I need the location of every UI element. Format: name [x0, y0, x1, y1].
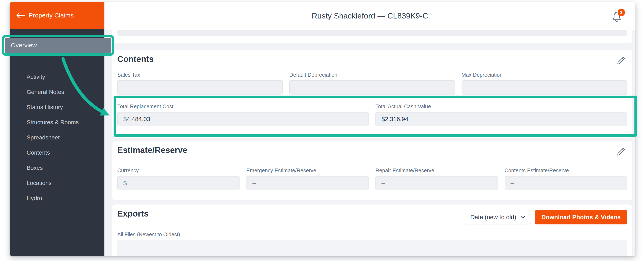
sidebar-item-general-notes[interactable]: General Notes: [10, 84, 104, 100]
files-list-area: [117, 240, 627, 256]
page-title: Rusty Shackleford — CL839K9-C: [104, 2, 636, 30]
exports-controls: Date (new to old) Download Photos & Vide…: [465, 210, 627, 225]
repair-estimate-field[interactable]: –: [376, 176, 498, 190]
sidebar-item-locations[interactable]: Locations: [10, 175, 104, 191]
sidebar-item-spreadsheet[interactable]: Spreadsheet: [10, 130, 104, 145]
sidebar-item-overview[interactable]: Overview: [5, 38, 111, 53]
default-depreciation-label: Default Depreciation: [289, 72, 455, 78]
sidebar-item-structures-rooms[interactable]: Structures & Rooms: [10, 115, 104, 130]
sales-tax-field[interactable]: –: [117, 80, 283, 95]
sidebar-item-boxes[interactable]: Boxes: [10, 160, 104, 175]
exports-section-title: Exports: [117, 209, 148, 218]
contents-section-title: Contents: [117, 54, 154, 64]
sidebar-item-contents[interactable]: Contents: [10, 145, 104, 160]
total-replacement-cost-field[interactable]: $4,484.03: [117, 112, 369, 126]
notification-badge: 3: [618, 9, 625, 16]
exports-card: Exports Date (new to old) Download Photo…: [112, 205, 632, 256]
emergency-estimate-field[interactable]: –: [246, 176, 369, 190]
sort-dropdown[interactable]: Date (new to old): [465, 210, 531, 225]
sort-dropdown-value: Date (new to old): [470, 214, 516, 221]
pencil-icon: [616, 147, 626, 156]
contents-fields-row2: $4,484.03 $2,316.94: [117, 112, 627, 126]
contents-labels-row2: Total Replacement Cost Total Actual Cash…: [117, 103, 627, 109]
repair-estimate-label: Repair Estimate/Reserve: [376, 168, 498, 174]
max-depreciation-label: Max Depreciation: [462, 72, 627, 78]
back-label: Property Claims: [29, 12, 74, 19]
total-actual-cash-value-label: Total Actual Cash Value: [376, 103, 627, 109]
contents-estimate-label: Contents Estimate/Reserve: [505, 168, 627, 174]
back-arrow-icon: [16, 12, 26, 18]
contents-estimate-field[interactable]: –: [505, 176, 627, 190]
emergency-estimate-label: Emergency Estimate/Reserve: [246, 168, 369, 174]
estimate-edit-button[interactable]: [616, 147, 626, 156]
total-actual-cash-value-field[interactable]: $2,316.94: [376, 112, 627, 126]
sidebar-nav: Activity General Notes Status History St…: [10, 54, 104, 206]
total-replacement-cost-label: Total Replacement Cost: [117, 103, 369, 109]
currency-field[interactable]: $: [117, 176, 240, 190]
estimate-section-title: Estimate/Reserve: [117, 145, 188, 155]
main-content: Contents Sales Tax Default Depreciation …: [104, 30, 636, 256]
contents-fields-row1: – – –: [117, 80, 627, 95]
cutoff-input-field[interactable]: [117, 30, 627, 36]
contents-edit-button[interactable]: [616, 56, 626, 65]
estimate-reserve-card: Estimate/Reserve Currency Emergency Esti…: [112, 141, 632, 200]
sales-tax-label: Sales Tax: [117, 72, 283, 78]
currency-label: Currency: [117, 168, 240, 174]
notifications-button[interactable]: 3: [612, 9, 625, 23]
contents-labels-row1: Sales Tax Default Depreciation Max Depre…: [117, 72, 627, 78]
default-depreciation-field[interactable]: –: [289, 80, 455, 95]
estimate-labels-row: Currency Emergency Estimate/Reserve Repa…: [117, 168, 627, 174]
back-to-property-claims-button[interactable]: Property Claims: [10, 2, 104, 29]
sidebar-item-status-history[interactable]: Status History: [10, 100, 104, 115]
annotation-highlight-overview: Overview: [2, 35, 114, 56]
all-files-label: All Files (Newest to Oldest): [117, 232, 180, 238]
partial-card: [112, 30, 632, 43]
pencil-icon: [616, 56, 626, 65]
top-bar: Rusty Shackleford — CL839K9-C 3: [104, 2, 636, 30]
sidebar-item-activity[interactable]: Activity: [10, 69, 104, 84]
chevron-down-icon: [520, 216, 526, 219]
contents-card: Contents Sales Tax Default Depreciation …: [112, 50, 632, 138]
max-depreciation-field[interactable]: –: [462, 80, 627, 95]
sidebar-item-overview-slot: [10, 54, 104, 69]
sidebar-item-hydro[interactable]: Hydro: [10, 191, 104, 206]
estimate-fields-row: $ – – –: [117, 176, 627, 190]
download-photos-videos-button[interactable]: Download Photos & Videos: [535, 210, 627, 225]
